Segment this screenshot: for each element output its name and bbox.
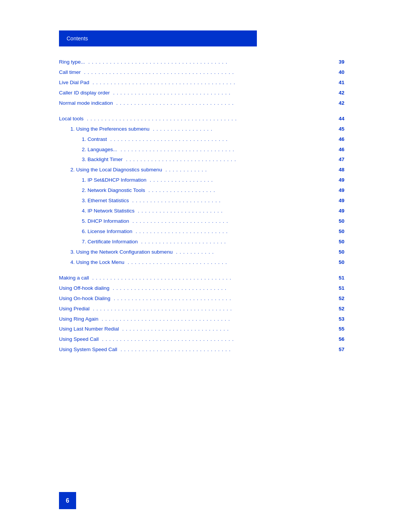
toc-label: Caller ID display order — [59, 89, 110, 97]
toc-label: 3. Using the Network Configuration subme… — [70, 248, 173, 257]
list-item[interactable]: 7. Certificate Information . . . . . . .… — [59, 238, 344, 246]
toc-label: 4. Using the Lock Menu — [70, 258, 124, 267]
list-item[interactable]: Using On-hook Dialing . . . . . . . . . … — [59, 294, 344, 303]
toc-page: 49 — [335, 186, 344, 195]
list-item[interactable]: 6. License Information . . . . . . . . .… — [59, 227, 344, 236]
toc-label: 3. Ethernet Statistics — [82, 197, 129, 205]
list-item[interactable]: 5. DHCP Information . . . . . . . . . . … — [59, 217, 344, 226]
list-item[interactable]: Using Ring Again . . . . . . . . . . . .… — [59, 315, 344, 324]
list-item[interactable]: 2. Languages... . . . . . . . . . . . . … — [59, 145, 344, 154]
toc-label: 2. Network Diagnostic Tools — [82, 186, 145, 195]
toc-label: Making a call — [59, 274, 89, 283]
toc-label: 1. IP Set&DHCP Information — [82, 176, 147, 185]
list-item[interactable]: Using Off-hook dialing . . . . . . . . .… — [59, 284, 344, 293]
list-item[interactable]: Using System Speed Call . . . . . . . . … — [59, 345, 344, 354]
list-item[interactable]: Local tools . . . . . . . . . . . . . . … — [59, 115, 344, 123]
toc-dots: . . . . . . . . . . . . . . . . . . . . … — [91, 305, 333, 313]
toc-dots: . . . . . . . . . . . . . . . . . . . . … — [121, 325, 333, 334]
list-item[interactable]: 3. Using the Network Configuration subme… — [59, 248, 344, 257]
toc-page: 49 — [335, 176, 344, 185]
toc-label: 3. Backlight Timer — [82, 155, 123, 164]
toc-label: Using Predial — [59, 305, 89, 313]
list-item[interactable]: 2. Using the Local Diagnostics submenu .… — [59, 166, 344, 174]
toc-dots: . . . . . . . . . . . . . . . . . . . . … — [100, 335, 333, 344]
toc-page: 46 — [335, 135, 344, 144]
toc-page: 42 — [335, 99, 344, 108]
toc-page: 56 — [335, 335, 344, 344]
toc-label: 2. Languages... — [82, 145, 117, 154]
toc-dots: . . . . . . . . . . . . . . . . . . . . … — [100, 315, 333, 324]
toc-dots: . . . . . . . . . . . . . . . . . . . . … — [139, 238, 333, 246]
toc-page: 51 — [335, 274, 344, 283]
toc-page: 51 — [335, 284, 344, 293]
list-item[interactable]: Making a call . . . . . . . . . . . . . … — [59, 274, 344, 283]
list-item[interactable]: 4. IP Network Statistics . . . . . . . .… — [59, 207, 344, 216]
list-item[interactable]: Using Predial . . . . . . . . . . . . . … — [59, 305, 344, 313]
toc-label: Call timer — [59, 68, 81, 77]
list-item[interactable]: 3. Backlight Timer . . . . . . . . . . .… — [59, 155, 344, 164]
toc-dots: . . . . . . . . . . . . . . . . . . . . … — [111, 284, 333, 293]
list-item[interactable]: 4. Using the Lock Menu . . . . . . . . .… — [59, 258, 344, 267]
toc-dots: . . . . . . . . . . . . . . . . . . . . … — [134, 227, 333, 236]
toc-label: Using Speed Call — [59, 335, 99, 344]
toc-page: 44 — [335, 115, 344, 123]
toc-label: 7. Certificate Information — [82, 238, 138, 246]
toc-page: 52 — [335, 294, 344, 303]
toc-page: 47 — [335, 155, 344, 164]
toc-page: 49 — [335, 197, 344, 205]
toc-page: 50 — [335, 238, 344, 246]
toc-page: 41 — [335, 78, 344, 87]
list-item[interactable]: 1. IP Set&DHCP Information . . . . . . .… — [59, 176, 344, 185]
toc-dots: . . . . . . . . . . . . . . . . . . . . … — [112, 294, 333, 303]
toc-page: 40 — [335, 68, 344, 77]
list-item[interactable]: Normal mode indication . . . . . . . . .… — [59, 99, 344, 108]
toc-page: 48 — [335, 166, 344, 174]
page-number-box: 6 — [59, 492, 76, 509]
contents-title: Contents — [67, 35, 88, 42]
list-item[interactable]: Live Dial Pad . . . . . . . . . . . . . … — [59, 78, 344, 87]
toc-container: Ring type... . . . . . . . . . . . . . .… — [59, 58, 344, 354]
toc-dots: . . . . . . . . . . . — [174, 248, 333, 257]
toc-dots: . . . . . . . . . . . . . . . . . . . . … — [119, 145, 333, 154]
toc-label: Normal mode indication — [59, 99, 113, 108]
toc-label: Ring type... — [59, 58, 85, 67]
toc-label: Live Dial Pad — [59, 78, 89, 87]
toc-dots: . . . . . . . . . . . . — [164, 166, 333, 174]
toc-page: 49 — [335, 207, 344, 216]
toc-page: 50 — [335, 248, 344, 257]
toc-page: 50 — [335, 227, 344, 236]
list-item[interactable]: Ring type... . . . . . . . . . . . . . .… — [59, 58, 344, 67]
toc-dots: . . . . . . . . . . . . . . . . . . . . … — [115, 99, 333, 108]
toc-label: 2. Using the Local Diagnostics submenu — [70, 166, 162, 174]
toc-label: Using Last Number Redial — [59, 325, 119, 334]
toc-page: 45 — [335, 125, 344, 134]
list-item[interactable]: Using Last Number Redial . . . . . . . .… — [59, 325, 344, 334]
toc-dots: . . . . . . . . . . . . . . . . . . . . … — [131, 217, 333, 226]
toc-dots: . . . . . . . . . . . . . . . . . . . . … — [126, 258, 333, 267]
toc-group-2: Local tools . . . . . . . . . . . . . . … — [59, 115, 344, 267]
toc-label: 4. IP Network Statistics — [82, 207, 135, 216]
list-item[interactable]: 1. Contrast . . . . . . . . . . . . . . … — [59, 135, 344, 144]
list-item[interactable]: Call timer . . . . . . . . . . . . . . .… — [59, 68, 344, 77]
contents-header: Contents — [59, 30, 257, 46]
list-item[interactable]: 1. Using the Preferences submenu . . . .… — [59, 125, 344, 134]
toc-label: Using System Speed Call — [59, 345, 117, 354]
list-item[interactable]: 3. Ethernet Statistics . . . . . . . . .… — [59, 197, 344, 205]
toc-label: Using On-hook Dialing — [59, 294, 110, 303]
toc-dots: . . . . . . . . . . . . . . . . . . . . … — [82, 68, 333, 77]
toc-page: 42 — [335, 89, 344, 97]
toc-label: Using Ring Again — [59, 315, 99, 324]
toc-page: 52 — [335, 305, 344, 313]
list-item[interactable]: Using Speed Call . . . . . . . . . . . .… — [59, 335, 344, 344]
list-item[interactable]: Caller ID display order . . . . . . . . … — [59, 89, 344, 97]
toc-dots: . . . . . . . . . . . . . . . . . . . . … — [124, 155, 333, 164]
toc-dots: . . . . . . . . . . . . . . . . . . . . … — [119, 345, 333, 354]
toc-label: 1. Using the Preferences submenu — [70, 125, 150, 134]
toc-dots: . . . . . . . . . . . . . . . . . . . . … — [136, 207, 333, 216]
toc-dots: . . . . . . . . . . . . . . . . . . . . … — [131, 197, 333, 205]
toc-label: Using Off-hook dialing — [59, 284, 110, 293]
toc-page: 39 — [335, 58, 344, 67]
page-container: Contents Ring type... . . . . . . . . . … — [0, 0, 411, 532]
toc-page: 46 — [335, 145, 344, 154]
list-item[interactable]: 2. Network Diagnostic Tools . . . . . . … — [59, 186, 344, 195]
